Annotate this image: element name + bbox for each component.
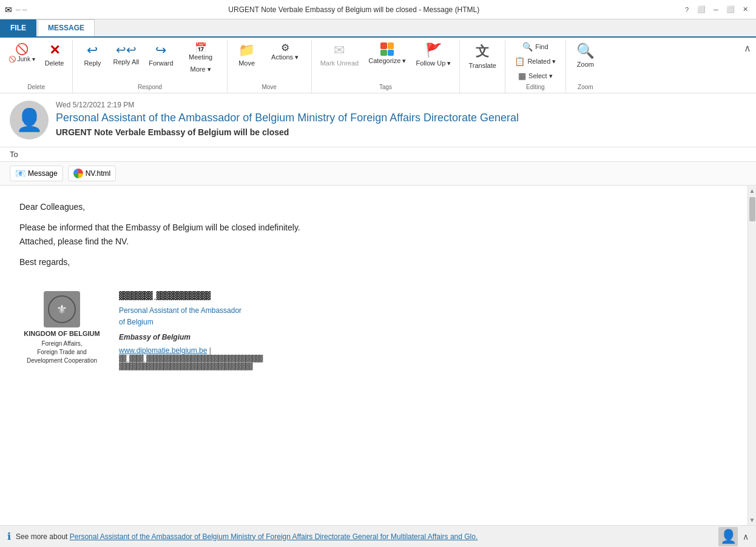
sig-embassy: Embassy of Belgium (119, 333, 262, 341)
close-button[interactable]: ✕ (739, 4, 751, 16)
sig-org-sub: Foreign Affairs, Foreign Trade and Devel… (27, 340, 97, 365)
scroll-down-arrow[interactable]: ▼ (748, 515, 756, 525)
nv-html-attachment[interactable]: NV.html (68, 166, 116, 181)
delete-label: Delete (45, 59, 64, 67)
follow-up-button[interactable]: 🚩 Follow Up ▾ (412, 40, 454, 70)
reply-icon: ↩ (87, 42, 98, 58)
body-para1: Please be informed that the Embassy of B… (19, 221, 728, 248)
sig-website-link[interactable]: www.diplomatie.belgium.be (119, 346, 207, 355)
select-button[interactable]: ▦ Select ▾ (511, 69, 559, 82)
avatar-icon: 👤 (16, 107, 43, 133)
forward-label: Forward (149, 59, 173, 67)
zoom-button[interactable]: 🔍 Zoom (571, 40, 600, 70)
tab-file[interactable]: FILE (0, 19, 36, 36)
more-button[interactable]: More ▾ (180, 64, 222, 75)
move-button[interactable]: 📁 Move (232, 40, 262, 69)
greeting: Dear Colleagues, (19, 200, 728, 213)
ribbon-group-zoom: 🔍 Zoom Zoom (566, 40, 605, 93)
actions-label: Actions ▾ (271, 53, 299, 61)
attachment-message-label: Message (28, 169, 58, 178)
email-area: Dear Colleagues, Please be informed that… (0, 186, 756, 525)
translate-button[interactable]: 文 Translate (465, 40, 499, 72)
translate-label: Translate (468, 62, 496, 69)
zoom-label: Zoom (577, 61, 594, 68)
status-bar: ℹ See more about Personal Assistant of t… (0, 525, 756, 547)
categorize-icon (380, 42, 394, 56)
title-bar: ✉ ─ ─ URGENT Note Verbale Embassy of Bel… (0, 0, 756, 19)
editing-group-label: Editing (526, 84, 545, 90)
email-body-text: Dear Colleagues, Please be informed that… (19, 200, 728, 269)
ribbon-collapse-button[interactable]: ∧ (744, 42, 751, 54)
tags-group-label: Tags (379, 84, 392, 90)
email-body: Dear Colleagues, Please be informed that… (0, 186, 748, 525)
ribbon-group-tags: ✉ Mark Unread Categorize ▾ 🚩 Follow Up ▾… (312, 40, 461, 93)
belgium-emblem: ⚜ (44, 291, 80, 327)
avatar-placeholder-icon: 👤 (720, 529, 737, 545)
ribbon-group-translate: 文 Translate (460, 40, 505, 93)
reply-all-icon: ↩↩ (116, 42, 137, 57)
respond-group-label: Respond (138, 84, 162, 90)
message-subject: URGENT Note Verbale Embassy of Belgium w… (56, 127, 746, 137)
mark-unread-button[interactable]: ✉ Mark Unread (317, 40, 363, 69)
reply-all-button[interactable]: ↩↩ Reply All (109, 40, 143, 68)
message-meta: Wed 5/12/2021 2:19 PM Personal Assistant… (56, 101, 746, 137)
move-group-label: Move (262, 84, 276, 90)
select-label: Select ▾ (528, 72, 553, 80)
follow-up-icon: 🚩 (425, 42, 442, 58)
mark-unread-label: Mark Unread (320, 59, 359, 67)
message-from: Personal Assistant of the Ambassador of … (56, 112, 746, 125)
closing: Best regards, (19, 255, 728, 269)
meeting-button[interactable]: 📅 Meeting (180, 40, 222, 62)
mark-unread-icon: ✉ (334, 42, 345, 58)
more-label: More ▾ (191, 65, 211, 73)
forward-icon: ↪ (155, 42, 166, 58)
info-icon: ℹ (7, 531, 11, 542)
delete-group-label: Delete (27, 84, 45, 90)
ribbon-group-delete: 🚫 🚫 Junk ▾ ✕ Delete Delete (0, 40, 73, 93)
sender-link[interactable]: Personal Assistant of the Ambassador of … (70, 532, 478, 541)
junk-button[interactable]: 🚫 🚫 Junk ▾ (5, 40, 39, 65)
scroll-up-arrow[interactable]: ▲ (748, 186, 756, 196)
actions-icon: ⚙ (281, 42, 289, 53)
scroll-thumb[interactable] (749, 197, 755, 221)
actions-button[interactable]: ⚙ Actions ▾ (264, 40, 306, 63)
status-right: 👤 ∧ (718, 527, 749, 546)
ribbon-toggle-button[interactable]: ⬜ (695, 4, 707, 16)
find-button[interactable]: 🔍 Find (511, 40, 559, 53)
maximize-button[interactable]: ⬜ (724, 4, 737, 16)
status-avatar: 👤 (718, 527, 738, 546)
minimize-button[interactable]: ─ (710, 4, 722, 16)
window-title: URGENT Note Verbale Embassy of Belgium w… (27, 5, 681, 14)
collapse-status-button[interactable]: ∧ (743, 532, 749, 542)
zoom-group-label: Zoom (578, 84, 593, 90)
select-icon: ▦ (518, 71, 526, 81)
ribbon-group-move: 📁 Move ⚙ Actions ▾ Move (228, 40, 312, 93)
ribbon-group-respond: ↩ Reply ↩↩ Reply All ↪ Forward 📅 Meeting… (73, 40, 227, 93)
categorize-button[interactable]: Categorize ▾ (365, 40, 410, 67)
attachment-nv-label: NV.html (86, 169, 111, 178)
tab-message[interactable]: MESSAGE (38, 19, 95, 36)
forward-button[interactable]: ↪ Forward (145, 40, 177, 69)
related-icon: 📋 (515, 56, 525, 66)
sig-phone: ▓▓ ▓▓▓▓ ▓▓▓▓▓▓▓▓▓▓▓▓▓▓▓▓▓▓▓▓▓▓▓▓▓▓▓▓▓▓▓▓… (119, 355, 262, 363)
delete-button[interactable]: ✕ Delete (41, 40, 68, 69)
categorize-label: Categorize ▾ (368, 57, 406, 65)
to-label: To (10, 150, 18, 159)
sig-title: Personal Assistant of the Ambassador of … (119, 305, 262, 328)
follow-up-label: Follow Up ▾ (416, 59, 451, 67)
help-button[interactable]: ? (681, 4, 693, 16)
move-icon: 📁 (238, 42, 255, 58)
zoom-icon: 🔍 (576, 42, 595, 59)
reply-button[interactable]: ↩ Reply (78, 40, 107, 69)
message-attachment-tab[interactable]: 📧 Message (10, 166, 63, 181)
ribbon-group-editing: 🔍 Find 📋 Related ▾ ▦ Select ▾ (505, 40, 566, 93)
related-label: Related ▾ (527, 58, 556, 65)
sig-name: ▓▓▓▓▓▓▓▓ ▓▓▓▓▓▓▓▓▓▓▓▓▓ (119, 291, 262, 300)
email-signature: ⚜ KINGDOM OF BELGIUM Foreign Affairs, Fo… (19, 284, 728, 371)
vertical-scrollbar[interactable]: ▲ ▼ (748, 186, 756, 525)
ribbon-tabs: FILE MESSAGE (0, 19, 756, 38)
status-text: See more about Personal Assistant of the… (16, 532, 478, 541)
find-icon: 🔍 (522, 42, 533, 52)
related-button[interactable]: 📋 Related ▾ (511, 55, 559, 68)
message-to: To (0, 147, 756, 162)
